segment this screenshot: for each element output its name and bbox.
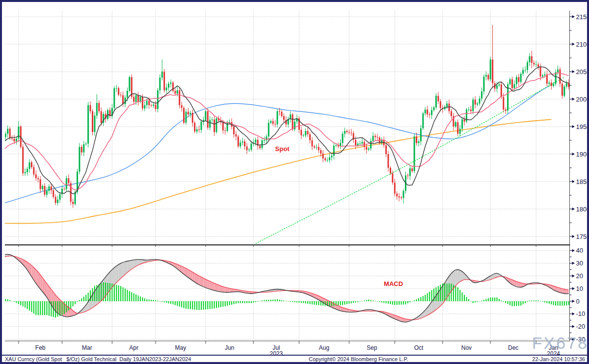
price-tick-label: 1850 <box>576 178 588 185</box>
macd-tick-label: 20 <box>576 272 583 280</box>
month-label-feb: Feb <box>35 344 46 351</box>
macd-tick-label: 0 <box>576 298 580 305</box>
macd-histogram <box>2 282 569 317</box>
series-labels: SpotMACD <box>275 145 403 287</box>
macd-panel <box>2 254 569 322</box>
macd-tick-label: -10 <box>576 310 586 317</box>
chart-area[interactable]: 175018001850190019502000205021002150-30-… <box>2 2 587 355</box>
macd-series-label: MACD <box>384 280 403 287</box>
month-label-nov: Nov <box>461 344 472 351</box>
month-label-apr: Apr <box>129 344 138 351</box>
macd-tick-label: -20 <box>576 323 586 330</box>
price-tick-label: 1900 <box>576 151 588 158</box>
macd-fill <box>2 255 569 322</box>
month-label-sep: Sep <box>367 344 377 351</box>
price-tick-label: 2100 <box>576 41 588 48</box>
price-tick-label: 1750 <box>576 233 588 240</box>
month-label-jun: Jun <box>225 344 234 351</box>
status-datetime: 22-Jan-2024 10:57:36 <box>532 356 585 363</box>
spot-series-label: Spot <box>275 145 290 153</box>
month-label-mar: Mar <box>82 344 92 351</box>
price-tick-label: 1950 <box>576 123 588 130</box>
macd-tick-label: 30 <box>576 260 583 267</box>
panel-divider <box>5 244 570 245</box>
macd-tick-label: 40 <box>576 247 583 254</box>
terminal-window: 175018001850190019502000205021002150-30-… <box>0 0 589 364</box>
gold-technical-chart[interactable]: 175018001850190019502000205021002150-30-… <box>2 2 587 355</box>
month-label-may: May <box>175 344 187 351</box>
macd-tick-label: 10 <box>576 285 583 292</box>
status-security-title: XAU Curncy (Gold Spot $/Oz) Gold Technic… <box>5 356 191 363</box>
price-tick-label: 2050 <box>576 68 588 76</box>
status-copyright: Copyright© 2024 Bloomberg Finance L.P. <box>309 356 408 363</box>
green-trendline <box>256 77 564 243</box>
price-panel <box>2 25 569 244</box>
month-label-aug: Aug <box>319 344 329 351</box>
status-bar: XAU Curncy (Gold Spot $/Oz) Gold Technic… <box>2 355 587 362</box>
year-label: 2023 <box>269 350 283 355</box>
price-tick-label: 1800 <box>576 206 588 213</box>
price-tick-label: 2000 <box>576 96 588 103</box>
price-tick-label: 2150 <box>576 13 588 21</box>
macd-line <box>2 254 569 322</box>
month-label-oct: Oct <box>414 344 424 351</box>
watermark: FX678 <box>510 334 589 353</box>
